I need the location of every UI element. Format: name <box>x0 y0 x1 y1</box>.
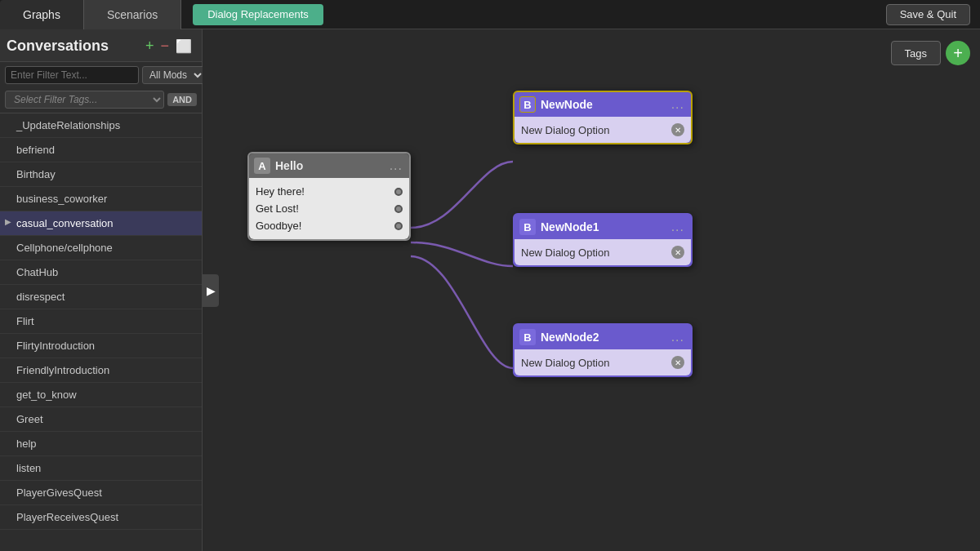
sidebar-item-listen[interactable]: listen <box>0 456 202 481</box>
sidebar-item-flirtyintroduction[interactable]: FlirtyIntroduction <box>0 334 202 358</box>
node-newnode-close[interactable]: ✕ <box>671 123 684 136</box>
dialog-option-goodbye-text: Goodbye! <box>256 220 394 232</box>
node-hello-menu[interactable]: ... <box>390 158 403 173</box>
node-newnode1-close[interactable]: ✕ <box>671 246 684 259</box>
dialog-option-hey: Hey there! <box>256 183 403 200</box>
node-newnode1[interactable]: B NewNode1 ... New Dialog Option ✕ <box>513 213 693 267</box>
dialog-replacements-button[interactable]: Dialog Replacements <box>193 4 323 25</box>
sidebar-item-get-to-know[interactable]: get_to_know <box>0 383 202 407</box>
dialog-option-getlost: Get Lost! <box>256 200 403 217</box>
node-newnode-header: B NewNode ... <box>514 92 691 117</box>
node-newnode-option-text: New Dialog Option <box>521 124 609 136</box>
node-newnode2[interactable]: B NewNode2 ... New Dialog Option ✕ <box>513 323 693 377</box>
node-newnode2-badge: B <box>519 329 536 345</box>
node-newnode-menu[interactable]: ... <box>671 97 684 112</box>
node-newnode2-menu[interactable]: ... <box>671 330 684 344</box>
node-newnode2-body: New Dialog Option ✕ <box>514 349 691 375</box>
node-newnode1-menu[interactable]: ... <box>671 220 684 234</box>
save-quit-button[interactable]: Save & Quit <box>886 4 970 25</box>
node-newnode[interactable]: B NewNode ... New Dialog Option ✕ <box>513 91 693 144</box>
node-newnode2-header: B NewNode2 ... <box>514 325 691 349</box>
add-conversation-button[interactable]: + <box>142 36 158 56</box>
sidebar-header: Conversations + − ⬜ <box>0 29 202 62</box>
tag-filter-row: Select Filter Tags... AND <box>0 88 202 113</box>
filter-row: All Mods <box>0 62 202 88</box>
sidebar-item-flirt[interactable]: Flirt <box>0 309 202 334</box>
node-newnode1-title: NewNode1 <box>541 220 666 233</box>
dialog-option-hey-text: Hey there! <box>256 185 394 198</box>
tab-scenarios[interactable]: Scenarios <box>84 0 181 29</box>
sidebar: Conversations + − ⬜ All Mods Select Filt… <box>0 29 203 551</box>
node-newnode2-title: NewNode2 <box>541 331 666 344</box>
node-hello-header: A Hello ... <box>249 153 409 178</box>
canvas: ▶ A Hello ... Hey there! Get <box>203 29 980 551</box>
filter-mod-select[interactable]: All Mods <box>142 66 205 84</box>
sidebar-item-cellphone-cellphone[interactable]: Cellphone/cellphone <box>0 236 202 260</box>
sidebar-item--updaterelationships[interactable]: _UpdateRelationships <box>0 113 202 138</box>
node-newnode1-badge: B <box>519 219 536 235</box>
connection-dot-goodbye[interactable] <box>394 222 403 230</box>
remove-conversation-button[interactable]: − <box>157 36 172 56</box>
sidebar-item-befriend[interactable]: befriend <box>0 138 202 162</box>
sidebar-title: Conversations <box>7 38 142 55</box>
tags-button[interactable]: Tags <box>891 41 941 65</box>
sidebar-item-casual-conversation[interactable]: casual_conversation <box>0 211 202 236</box>
connection-dot-hey[interactable] <box>394 188 403 196</box>
sidebar-item-help[interactable]: help <box>0 432 202 456</box>
node-hello[interactable]: A Hello ... Hey there! Get Lost! Goodbye… <box>247 152 411 241</box>
node-newnode1-body: New Dialog Option ✕ <box>514 239 691 265</box>
dialog-option-getlost-text: Get Lost! <box>256 202 394 215</box>
node-newnode-title: NewNode <box>541 98 666 111</box>
topbar: Graphs Scenarios Dialog Replacements Sav… <box>0 0 980 29</box>
node-newnode1-header: B NewNode1 ... <box>514 215 691 239</box>
sidebar-item-business-coworker[interactable]: business_coworker <box>0 187 202 211</box>
filter-input[interactable] <box>5 66 139 84</box>
dialog-option-goodbye: Goodbye! <box>256 217 403 234</box>
node-newnode2-option-text: New Dialog Option <box>521 357 609 369</box>
node-newnode-body: New Dialog Option ✕ <box>514 117 691 143</box>
tags-area: Tags + <box>891 41 970 65</box>
node-hello-title: Hello <box>275 159 385 172</box>
node-newnode1-option-text: New Dialog Option <box>521 247 609 259</box>
add-node-button[interactable]: + <box>946 41 970 65</box>
sidebar-item-friendlyintroduction[interactable]: FriendlyIntroduction <box>0 358 202 383</box>
tab-graphs[interactable]: Graphs <box>0 0 84 29</box>
main-layout: Conversations + − ⬜ All Mods Select Filt… <box>0 29 980 551</box>
sidebar-item-chathub[interactable]: ChatHub <box>0 260 202 285</box>
tag-filter-select[interactable]: Select Filter Tags... <box>5 91 164 109</box>
node-newnode-badge: B <box>519 96 536 113</box>
sidebar-item-playerreceivesquest[interactable]: PlayerReceivesQuest <box>0 505 202 530</box>
and-badge: AND <box>167 93 197 106</box>
collapse-sidebar-button[interactable]: ▶ <box>203 274 219 307</box>
sidebar-item-disrespect[interactable]: disrespect <box>0 285 202 309</box>
sidebar-item-playergivesquest[interactable]: PlayerGivesQuest <box>0 481 202 505</box>
export-button[interactable]: ⬜ <box>172 37 195 56</box>
node-newnode2-close[interactable]: ✕ <box>671 356 684 369</box>
connection-dot-getlost[interactable] <box>394 205 403 213</box>
node-hello-body: Hey there! Get Lost! Goodbye! <box>249 178 409 239</box>
sidebar-item-birthday[interactable]: Birthday <box>0 162 202 187</box>
sidebar-item-greet[interactable]: Greet <box>0 407 202 432</box>
node-hello-badge: A <box>254 158 270 174</box>
conversation-list: _UpdateRelationshipsbefriendBirthdaybusi… <box>0 113 202 551</box>
